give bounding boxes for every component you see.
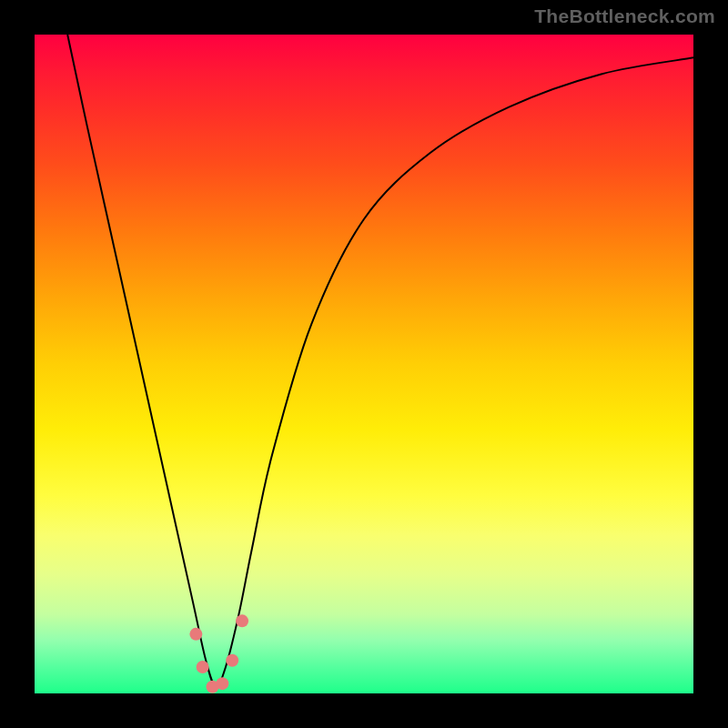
watermark-text: TheBottleneck.com (534, 5, 715, 27)
bottleneck-curve (67, 35, 693, 687)
marker-point (226, 654, 238, 667)
marker-point (236, 614, 248, 627)
marker-point (216, 677, 228, 690)
plot-area (35, 35, 693, 693)
chart-frame: TheBottleneck.com (0, 0, 728, 728)
marker-point (197, 661, 209, 673)
marker-point (189, 628, 202, 641)
curve-svg (35, 35, 693, 693)
